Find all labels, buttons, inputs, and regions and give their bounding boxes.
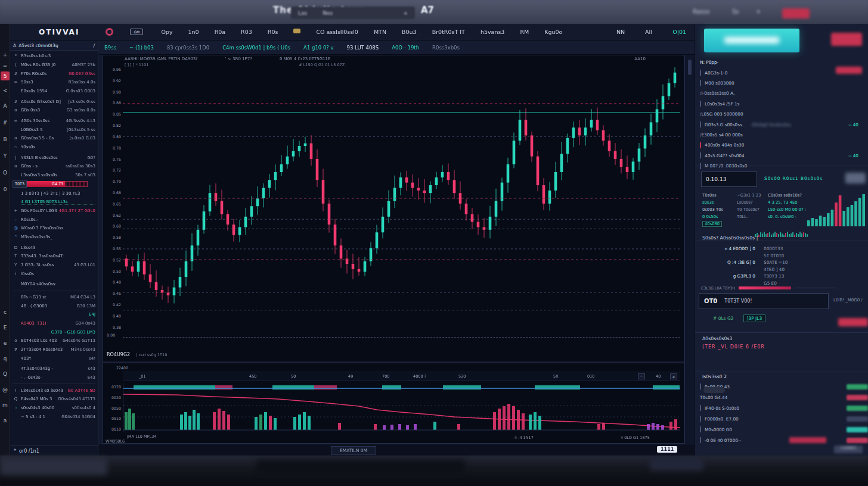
interval-status-pill[interactable] (847, 438, 868, 443)
watchlist-row[interactable]: =4G0s 30ss0ss4G.3ss0s 4.L3 (13, 117, 95, 125)
watchlist-row[interactable]: E4J (13, 311, 95, 319)
panel-menu-item[interactable]: N: P0pp- (700, 57, 864, 67)
browser-omnibox[interactable]: Las Nes + (291, 7, 415, 19)
price-axis[interactable]: 0.950.920.900.880.850.820.800.780.750.72… (103, 67, 121, 329)
measure-icon[interactable]: m (1, 400, 10, 409)
panel-menu-item[interactable]: 400s0s 404s 0s30 (700, 140, 864, 150)
toolbar-menu-item[interactable]: 1n0 (188, 29, 199, 35)
chart-toolbar-item[interactable]: ~ (1) b03 (129, 45, 154, 51)
watchlist-row[interactable]: ~ 5 s3 - 4 1G04s034 34G04 (13, 413, 95, 420)
interval-row[interactable]: T0s00 G4.44 (700, 392, 864, 403)
watchlist-row[interactable]: *R3ss0ss b0s-3 (13, 52, 95, 60)
panel-menu-item[interactable]: M00 s003000 (700, 78, 864, 88)
watchlist-row[interactable]: G3T0 ~G10 G03 LM3 (13, 328, 95, 336)
watchlist-row[interactable]: 1 3 03T3 | 43 3T1 | 3 30.TL3 (13, 189, 95, 197)
interval-row[interactable]: M0s0000 G0 (700, 424, 864, 435)
watchlist-row[interactable]: ~Y0ss0s (13, 144, 95, 151)
watchlist-row[interactable]: QE4ss043 M0s 3G0ss4s043 4T1T3 (13, 395, 95, 403)
watchlist-row[interactable]: M0Y04 s40ss0ss: (13, 281, 95, 288)
watchlist-row[interactable]: L0G0ss3 5[GL3ss0s 5 ss (13, 126, 95, 133)
interval-row[interactable]: -0 0E 40 0T000-- (700, 435, 864, 446)
interval-row[interactable]: IF40-0s S-0s0s0 (700, 403, 864, 413)
fib-icon[interactable]: # (1, 118, 10, 127)
shapes-icon[interactable]: O (1, 168, 10, 177)
panel-menu-item[interactable]: / E300s5 s4 00 000s (700, 130, 864, 140)
target-icon[interactable]: 0 (1, 185, 10, 194)
indicator-title[interactable]: RO4U9G2 (107, 352, 130, 357)
watchlist-row[interactable]: Y7 G33- 3L.ss0ss43 G3 L01 (13, 261, 95, 269)
amount-input[interactable]: 0.10.13 (701, 172, 757, 187)
watchlist-row[interactable]: TT33s43. 3ss0ss0s4T: (13, 253, 95, 260)
interval-status-pill[interactable] (847, 406, 868, 411)
candlestick-chart[interactable] (123, 67, 680, 329)
primary-action-button[interactable] (704, 29, 799, 52)
chart-toolbar-item[interactable]: C4m ss0sW0d1 | b9s ( U0s (222, 45, 290, 51)
indicator-chart[interactable] (123, 384, 680, 432)
gold-icon[interactable] (293, 29, 300, 33)
globe-icon[interactable]: @ (1, 385, 10, 394)
chart-toolbar-item[interactable]: B9ss (104, 45, 116, 51)
watchlist-row[interactable]: |Y33L5 B ss0ss0ssG0? (13, 154, 95, 161)
teal-chip[interactable]: ]3P JL3 (743, 314, 766, 322)
order-info-key[interactable]: 40s030 (702, 221, 722, 227)
record-icon[interactable] (106, 28, 113, 36)
trendline-icon[interactable]: A (1, 101, 10, 110)
browser-plus-icon[interactable]: + (756, 8, 761, 15)
omnibox-item[interactable]: Nes (323, 10, 333, 16)
omnibox-item[interactable]: Las (298, 10, 307, 16)
alert-badge-icon[interactable]: 5 (1, 71, 10, 80)
watchlist-row[interactable]: L3ss0ss3 ss0ss0s30s 7.s03 (13, 172, 95, 179)
watchlist-row[interactable]: 4B . ( G3003G30 13M (13, 302, 95, 310)
collapsed-pill[interactable] (703, 387, 725, 393)
scrollbar-handle[interactable] (688, 60, 692, 75)
chart-toolbar-item[interactable]: 83 cpr0ss3s 1D0 (167, 45, 209, 51)
watchlist-row[interactable]: 4T.3s040343g -s43 (13, 365, 95, 373)
toolbar-menu-item[interactable]: h5vans3 (480, 29, 505, 35)
order-tab-pill[interactable] (845, 173, 866, 183)
time-axis[interactable]: _0145050497004000 ?5205X01040^# (123, 372, 680, 381)
toolbar-menu-item[interactable]: R0a (215, 29, 225, 35)
back-icon[interactable]: < (1, 86, 10, 95)
gender-icon[interactable]: q (1, 354, 10, 363)
pane-separator[interactable] (123, 337, 680, 338)
toolbar-menu-item[interactable]: CO asslsIl0ssl0 (316, 29, 358, 35)
scrollbar-gutter[interactable] (684, 55, 695, 444)
gear-icon[interactable]: * (14, 448, 16, 454)
toolbar-account-status[interactable]: O|01 (672, 29, 686, 35)
watchlist-row[interactable]: E0ss0s 1554G.0ss03 G003 (13, 88, 95, 95)
toolbar-menu-item[interactable]: Br0tR0sT IT (432, 29, 465, 35)
browser-record-badge[interactable] (782, 8, 810, 18)
watchlist-row[interactable]: #F70s R0ss0sG0.0E2 G3ss (13, 70, 95, 77)
watchlist-row[interactable]: !L34ss0s43 s0 3s043G0 A3T4E 5D (13, 387, 95, 394)
toolbar-menu-item[interactable]: B0u3 (402, 29, 417, 35)
pitchfork-icon[interactable]: Y (1, 151, 10, 160)
interval-status-pill[interactable] (847, 384, 868, 390)
interval-status-pill[interactable] (847, 427, 868, 432)
panel-menu-item[interactable]: L0s0s3s4 /5F 1s (700, 99, 864, 109)
watchlist-row[interactable]: -R0ss0s.- (13, 216, 95, 223)
chart-symbol-text[interactable]: AASHII MOG3S /AML PSTIN DAS03? (125, 57, 198, 61)
toolbar-menu-item[interactable]: Kgu0o (544, 29, 562, 35)
interval-status-pill[interactable] (847, 395, 868, 400)
edit-icon[interactable]: / (93, 43, 95, 48)
interval-row[interactable]: F0000s0. E7.00 (700, 413, 864, 424)
status-count-badge[interactable]: 1111 (657, 446, 677, 453)
watchlist-row[interactable]: (M0ss R0s G35 J0A0M3T 23b (13, 61, 95, 69)
toolbar-right-item[interactable]: AII (645, 29, 652, 35)
watchlist-row[interactable]: oGBs 0ss3G3 ss0ss 0.0s (13, 107, 95, 114)
omnibox-caret-icon[interactable]: + (403, 10, 408, 16)
crosshair-icon[interactable]: + (1, 50, 10, 59)
watchlist-row[interactable]: =S0ss3R3ss0ss 4.0s (13, 79, 95, 86)
watchlist-row[interactable]: il0ss0s (13, 270, 95, 278)
watchlist-row[interactable]: #2TT33s04 R0ss04s3M34s 0ss43 (13, 346, 95, 354)
cent-icon[interactable]: c (1, 307, 10, 316)
watchlist-row[interactable]: - . -0s43s-E43 (13, 374, 95, 382)
watchlist-row[interactable]: oG0ss - sss0ss0ss 30s3 (13, 163, 95, 170)
timezone-label[interactable]: 4 0LD G1 1875 (621, 435, 650, 440)
watchlist-row[interactable]: 4 G1 L3T05 B0T3 LL3s (13, 198, 95, 206)
chart-toolbar-item[interactable]: 93 LUT 408S (347, 45, 379, 51)
watchlist-row[interactable]: @W0ss0 3 F3ss0ss0ss (13, 225, 95, 232)
toolbar-menu-item[interactable]: R03 (241, 29, 252, 35)
summary-box[interactable]: OT0 T0T3T V00! (699, 293, 829, 309)
chart-toolbar-item[interactable]: A1 g10 0? v (303, 45, 334, 51)
